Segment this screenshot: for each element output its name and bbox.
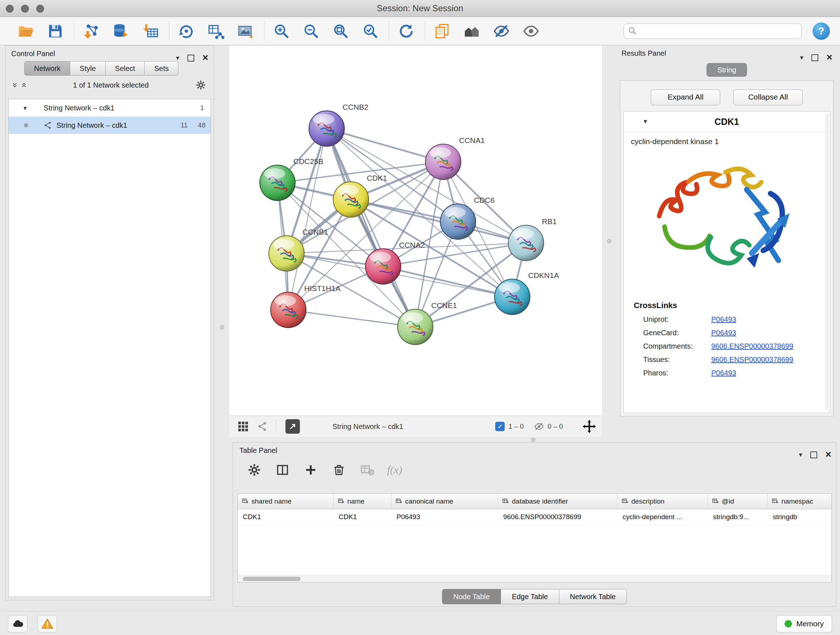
panel-menu-icon[interactable]: ▾ — [799, 447, 802, 462]
export-image-icon[interactable] — [237, 22, 255, 40]
tab-network-table[interactable]: Network Table — [559, 589, 627, 604]
cloud-status-button[interactable] — [8, 615, 27, 632]
column-header-id[interactable]: @id — [708, 494, 767, 509]
delete-column-icon[interactable] — [331, 462, 347, 478]
search-input[interactable] — [624, 24, 802, 39]
edge-CCNB2-CCNE1[interactable] — [327, 128, 415, 327]
tab-network[interactable]: Network — [24, 61, 70, 76]
edge-HIST1H1A-CCNE1[interactable] — [288, 310, 415, 327]
close-panel-icon[interactable]: ✕ — [826, 50, 833, 65]
tab-edge-table[interactable]: Edge Table — [501, 589, 559, 604]
import-table-file-icon[interactable] — [141, 22, 159, 40]
first-neighbors-icon[interactable] — [463, 22, 481, 40]
network-node-HIST1H1A[interactable]: HIST1H1A — [271, 284, 340, 328]
memory-button[interactable]: Memory — [776, 615, 832, 632]
selected-items-icon[interactable]: ✓ — [495, 422, 505, 431]
float-panel-icon[interactable] — [187, 55, 194, 62]
import-network-file-icon[interactable] — [82, 22, 100, 40]
cell-description: cyclin-dependent ... — [617, 509, 708, 524]
collapse-all-networks-icon[interactable]: » — [19, 82, 28, 87]
import-network-database-icon[interactable] — [112, 22, 130, 40]
horizontal-scrollbar[interactable] — [238, 575, 831, 582]
hidden-items-icon[interactable] — [534, 421, 544, 432]
node-count: 11 — [180, 121, 188, 129]
network-node-CDKN1A[interactable]: CDKN1A — [494, 271, 559, 315]
new-network-from-selection-icon[interactable] — [177, 22, 195, 40]
open-session-icon[interactable] — [17, 22, 35, 40]
network-node-CCNA1[interactable]: CCNA1 — [425, 136, 485, 180]
network-graph[interactable]: CCNB2CCNA1CDC25BCDK1CDC6RB1CCNB1CCNA2CDK… — [229, 46, 602, 416]
column-header-canonical-name[interactable]: canonical name — [392, 494, 498, 509]
close-panel-icon[interactable]: ✕ — [202, 50, 209, 65]
zoom-fit-icon[interactable] — [332, 22, 350, 40]
string-results-tab[interactable]: String — [706, 63, 747, 77]
memory-status-dot — [785, 620, 792, 627]
network-row[interactable]: String Network – cdk1 11 48 — [9, 117, 210, 134]
scrollbar-thumb[interactable] — [243, 577, 301, 581]
column-header-shared-name[interactable]: shared name — [238, 494, 333, 509]
help-button[interactable]: ? — [813, 22, 830, 40]
column-header-namespace[interactable]: namespac — [767, 494, 831, 509]
column-header-database-identifier[interactable]: database identifier — [498, 494, 617, 509]
zoom-out-icon[interactable] — [302, 22, 320, 40]
edge-CCNB2-CCNA1[interactable] — [327, 128, 443, 162]
vertical-scrollbar[interactable] — [825, 113, 829, 411]
function-builder-button[interactable]: f(x) — [387, 462, 402, 478]
warning-icon — [41, 618, 54, 630]
tab-node-table[interactable]: Node Table — [442, 589, 501, 604]
network-node-RB1[interactable]: RB1 — [508, 217, 557, 261]
share-network-icon[interactable] — [257, 421, 268, 432]
crosslink-link[interactable]: P06493 — [711, 315, 736, 324]
tab-sets[interactable]: Sets — [144, 61, 178, 76]
hidden-count: 0 – 0 — [548, 423, 563, 431]
network-node-CCNB2[interactable]: CCNB2 — [309, 103, 368, 146]
column-header-description[interactable]: description — [617, 494, 708, 509]
show-graphics-details-icon[interactable] — [522, 22, 540, 40]
create-column-icon[interactable] — [302, 462, 319, 478]
network-view[interactable]: CCNB2CCNA1CDC25BCDK1CDC6RB1CCNB1CCNA2CDK… — [229, 46, 602, 416]
network-node-CCNB1[interactable]: CCNB1 — [269, 228, 328, 271]
network-node-CDC25B[interactable]: CDC25B — [260, 157, 324, 201]
protein-header-row[interactable]: ▼ CDK1 — [624, 111, 830, 132]
delete-table-icon[interactable] — [359, 462, 376, 478]
table-options-gear-icon[interactable] — [246, 462, 263, 478]
birds-eye-view-icon[interactable] — [237, 421, 249, 432]
crosslink-link[interactable]: 9606.ENSP00000378699 — [711, 342, 793, 350]
show-columns-icon[interactable] — [274, 462, 291, 478]
hide-selected-icon[interactable] — [493, 22, 510, 40]
crosslink-link[interactable]: P06493 — [711, 369, 736, 377]
export-network-button[interactable] — [286, 419, 300, 434]
network-from-table-icon[interactable] — [207, 22, 225, 40]
float-panel-icon[interactable] — [812, 54, 818, 61]
crosslink-link[interactable]: P06493 — [711, 329, 736, 337]
splitter-handle[interactable] — [220, 325, 224, 329]
crosslink-link[interactable]: 9606.ENSP00000378699 — [711, 356, 793, 364]
disclosure-triangle-icon[interactable]: ▼ — [22, 105, 28, 111]
panel-menu-icon[interactable]: ▾ — [800, 50, 804, 65]
close-panel-icon[interactable]: ✕ — [825, 447, 832, 462]
splitter-handle[interactable] — [607, 239, 611, 243]
edge-CDK1-RB1[interactable] — [351, 200, 526, 243]
zoom-in-icon[interactable] — [272, 22, 291, 40]
network-collection-row[interactable]: ▼ String Network – cdk1 1 — [9, 99, 210, 117]
table-row[interactable]: CDK1 CDK1 P06493 9606.ENSP00000378699 cy… — [238, 509, 831, 525]
save-session-icon[interactable] — [46, 22, 65, 40]
collapse-all-button[interactable]: Collapse All — [733, 89, 803, 105]
window-title: Session: New Session — [0, 3, 840, 13]
edge-CCNB2-HIST1H1A[interactable] — [288, 128, 327, 310]
zoom-selected-icon[interactable] — [362, 22, 379, 40]
tab-style[interactable]: Style — [70, 61, 105, 76]
copy-icon[interactable] — [433, 22, 451, 40]
column-header-name[interactable]: name — [333, 494, 392, 509]
tab-select[interactable]: Select — [105, 61, 145, 76]
apply-layout-icon[interactable] — [397, 22, 415, 40]
network-options-gear-icon[interactable] — [196, 80, 206, 90]
panel-menu-icon[interactable]: ▾ — [176, 50, 180, 65]
network-node-CDK1[interactable]: CDK1 — [333, 174, 387, 217]
expand-all-button[interactable]: Expand All — [651, 89, 720, 105]
control-panel-title: Control Panel — [11, 50, 55, 57]
pan-mode-icon[interactable] — [583, 420, 596, 433]
float-panel-icon[interactable] — [810, 451, 817, 458]
warnings-button[interactable] — [38, 615, 57, 632]
splitter-handle[interactable] — [531, 438, 535, 442]
